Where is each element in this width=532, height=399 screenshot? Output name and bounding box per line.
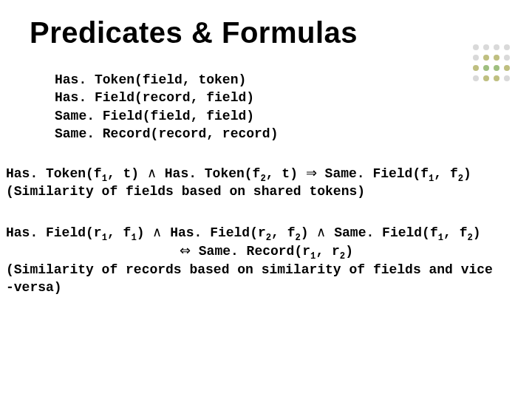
text: Same. Field(f [317, 166, 429, 181]
formula-1: Has. Token(f1, t) ∧ Has. Token(f2, t) ⇒ … [6, 164, 471, 201]
text: ) [463, 166, 471, 181]
subscript: 1 [438, 233, 443, 243]
text: Has. Field(r [162, 225, 265, 240]
text: , f [443, 225, 467, 240]
text: Same. Record(r [191, 244, 310, 259]
and-symbol: ∧ [152, 225, 162, 239]
predicate-line: Same. Field(field, field) [55, 107, 278, 125]
iff-symbol: ⇔ [180, 243, 191, 258]
formula-1-line1: Has. Token(f1, t) ∧ Has. Token(f2, t) ⇒ … [6, 164, 471, 183]
predicate-line: Same. Record(record, record) [55, 125, 278, 143]
text: Has. Field(r [6, 225, 102, 240]
formula-1-desc: (Similarity of fields based on shared to… [6, 183, 471, 200]
text: Has. Token(f [157, 166, 260, 181]
text: Same. Field(f [326, 225, 437, 240]
formula-2-line2: ⇔ Same. Record(r1, r2) [6, 242, 493, 260]
corner-dots-icon [421, 44, 510, 103]
formula-2: Has. Field(r1, f1) ∧ Has. Field(r2, f2) … [6, 223, 493, 296]
subscript: 2 [458, 174, 463, 184]
formula-2-desc-line1: (Similarity of records based on similari… [6, 261, 493, 279]
formula-2-line1: Has. Field(r1, f1) ∧ Has. Field(r2, f2) … [6, 223, 493, 242]
and-symbol: ∧ [147, 166, 157, 180]
formula-2-desc-line2: -versa) [6, 279, 493, 296]
text: Has. Token(f [6, 166, 102, 181]
text: , t) [107, 166, 147, 181]
predicate-line: Has. Token(field, token) [55, 71, 278, 89]
text: , t) [266, 166, 306, 181]
text: , f [434, 166, 457, 181]
text: ) [137, 225, 153, 240]
text: ) [301, 225, 317, 240]
predicate-list: Has. Token(field, token) Has. Field(reco… [55, 71, 278, 143]
implies-symbol: ⇒ [306, 166, 317, 180]
text: ) [345, 244, 353, 259]
text: , f [107, 225, 131, 240]
text: , r [316, 244, 339, 259]
and-symbol: ∧ [316, 225, 326, 239]
predicate-line: Has. Field(record, field) [55, 89, 278, 106]
slide: Predicates & Formulas Has. Token( [0, 0, 532, 399]
text: ) [473, 225, 481, 240]
subscript: 2 [467, 233, 472, 243]
text: , f [271, 225, 295, 240]
slide-title: Predicates & Formulas [30, 16, 358, 50]
